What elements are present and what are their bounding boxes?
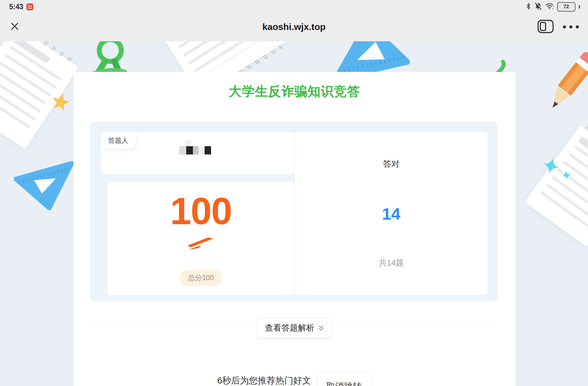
battery-percent: 72 — [564, 4, 569, 9]
correct-count: 14 — [295, 204, 488, 223]
system-chrome: 5:43 — [0, 0, 588, 41]
more-dots-icon — [563, 25, 579, 28]
cancel-redirect-button[interactable]: 取消跳转 — [317, 372, 372, 386]
browser-header: kaoshi.wjx.top — [0, 12, 588, 41]
app-badge-icon — [26, 3, 33, 10]
quiz-title: 大学生反诈骗知识竞答 — [74, 83, 515, 100]
sparkle-decoration-small — [561, 169, 572, 182]
result-summary-card: 答题人 100 总分100 — [90, 122, 498, 302]
pencil-decoration — [538, 46, 588, 119]
battery-icon: 72 — [557, 2, 575, 12]
respondent-name-redacted — [179, 146, 211, 154]
view-analysis-button[interactable]: 查看答题解析 — [257, 318, 332, 338]
set-square-decoration-left — [14, 161, 75, 211]
respondent-label-tab: 答题人 — [101, 132, 136, 149]
score-card: 100 总分100 — [107, 182, 294, 295]
correct-label: 答对 — [295, 158, 488, 169]
close-icon — [9, 21, 20, 33]
redacted-pixel — [185, 140, 191, 146]
header-actions — [537, 20, 579, 34]
quiz-result-panel: 大学生反诈骗知识竞答 答题人 100 — [74, 72, 515, 386]
battery-nub — [579, 5, 580, 9]
notebook-decoration-right — [525, 125, 588, 247]
more-menu-button[interactable] — [563, 25, 579, 28]
correct-answers-card: 答对 14 共14题 — [295, 132, 488, 295]
bluetooth-icon — [526, 2, 531, 12]
multitask-icon — [537, 20, 554, 34]
wifi-icon — [545, 2, 554, 11]
score-value: 100 — [107, 192, 294, 230]
status-right: 72 — [526, 2, 580, 12]
page-background: 大学生反诈骗知识竞答 答题人 100 — [0, 41, 588, 386]
total-questions: 共14题 — [295, 258, 488, 268]
view-analysis-label: 查看答题解析 — [265, 322, 315, 333]
page-url: kaoshi.wjx.top — [0, 22, 588, 32]
redirect-bar: 6秒后为您推荐热门好文 取消跳转 — [74, 372, 515, 386]
chevron-double-down-icon — [318, 325, 324, 331]
status-time: 5:43 — [9, 3, 23, 11]
multitask-button[interactable] — [537, 20, 554, 34]
status-left: 5:43 — [9, 3, 33, 11]
bell-muted-icon — [534, 2, 542, 12]
status-bar: 5:43 — [0, 0, 588, 12]
total-score-badge: 总分100 — [180, 270, 222, 286]
respondent-card: 答题人 — [101, 132, 294, 174]
score-underline-swoosh-icon — [186, 236, 214, 251]
close-button[interactable] — [9, 21, 20, 33]
screen: 5:43 — [0, 0, 588, 386]
redirect-notice: 6秒后为您推荐热门好文 — [217, 375, 311, 386]
